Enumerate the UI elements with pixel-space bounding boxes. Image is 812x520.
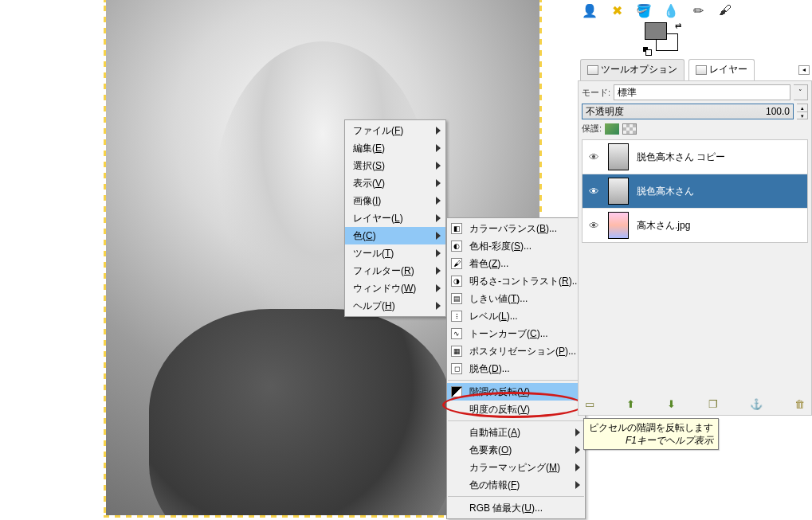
lower-layer-icon[interactable]: ⬇ [667,398,676,410]
opacity-label: 不透明度 [586,105,624,119]
menu-item-label: 選択(S) [353,159,385,173]
submenu-item-label: ポスタリゼーション(P)... [469,345,576,358]
submenu-item-label: 色相-彩度(S)... [469,240,532,253]
submenu-item[interactable]: 🖌着色(Z)... [447,255,585,272]
submenu-arrow-icon [575,481,580,489]
anchor-layer-icon[interactable]: ⚓ [750,398,763,410]
submenu-item[interactable]: ◐色相-彩度(S)... [447,237,585,255]
mode-dropdown-icon[interactable]: ˅ [794,84,808,100]
submenu-item[interactable]: ◻脱色(D)... [447,360,585,377]
submenu-item-label: トーンカーブ(C)... [469,327,548,341]
brush-tool-icon[interactable]: 🖌 [716,2,734,19]
submenu-item[interactable]: ◧カラーバランス(B)... [447,220,585,237]
delete-layer-icon[interactable]: 🗑 [794,398,805,410]
thresh-icon: ▤ [450,292,463,305]
layer-thumbnail [608,143,629,170]
layer-buttons-bar: ▭ ⬆ ⬇ ❐ ⚓ 🗑 [582,397,808,412]
layer-item[interactable]: 👁脱色高木さん [583,174,807,209]
menu-item-label: フィルター(R) [353,264,414,278]
layer-list[interactable]: 👁脱色高木さん コピー👁脱色高木さん👁高木さん.jpg [582,139,808,243]
submenu-item[interactable]: ∿トーンカーブ(C)... [447,325,585,342]
menu-item-s[interactable]: 選択(S) [345,157,445,174]
submenu-item[interactable]: RGB 値最大(U)... [447,499,585,517]
submenu-arrow-icon [436,214,441,222]
menu-item-h[interactable]: ヘルプ(H) [345,297,445,315]
submenu-arrow-icon [436,127,441,135]
default-colors-icon[interactable] [643,47,651,55]
mode-value: 標準 [618,87,637,98]
visibility-eye-icon[interactable]: 👁 [587,220,600,232]
menu-item-i[interactable]: 画像(I) [345,192,445,209]
swap-colors-icon[interactable]: ⇄ [675,22,681,30]
bc-icon: ◑ [450,275,463,287]
submenu-item-label: 明度の反転(V) [469,403,530,416]
protect-label: 保護: [582,123,602,135]
lock-alpha-icon[interactable] [622,123,637,135]
menu-item-l[interactable]: レイヤー(L) [345,209,445,227]
submenu-arrow-icon [436,267,441,275]
smudge-tool-icon[interactable]: 👤 [581,2,598,19]
fg-color-swatch[interactable] [645,22,667,40]
curves-icon: ∿ [450,327,463,340]
opacity-row: 不透明度 100.0 ▴▾ [582,104,808,119]
balance-icon: ◧ [450,222,463,235]
layer-name[interactable]: 脱色高木さん [637,185,694,198]
menu-item-c[interactable]: 色(C) [345,227,445,244]
pencil-tool-icon[interactable]: ✏ [689,2,707,19]
menu-item-e[interactable]: 編集(E) [345,139,445,157]
tab-tool-options[interactable]: ツールオプション [580,59,685,80]
layer-item[interactable]: 👁高木さん.jpg [583,209,807,242]
menu-item-t[interactable]: ツール(T) [345,244,445,262]
menu-item-label: 色(C) [353,229,376,243]
opacity-slider[interactable]: 不透明度 100.0 [582,104,794,119]
submenu-item[interactable]: ▦ポスタリゼーション(P)... [447,342,585,360]
mode-row: モード: 標準 ˅ [582,84,808,100]
submenu-item[interactable]: ⫶レベル(L)... [447,307,585,325]
fg-bg-color[interactable]: ⇄ [645,22,680,54]
submenu-item-label: レベル(L)... [469,310,518,323]
invert-icon [450,385,463,398]
layer-name[interactable]: 高木さん.jpg [637,219,690,233]
submenu-item[interactable]: 階調の反転(V) [447,383,585,401]
menu-item-f[interactable]: ファイル(F) [345,122,445,139]
tab-tool-options-label: ツールオプション [601,63,677,76]
menu-item-r[interactable]: フィルター(R) [345,262,445,280]
layer-name[interactable]: 脱色高木さん コピー [637,151,725,164]
submenu-arrow-icon [575,463,580,471]
menu-item-label: 編集(E) [353,142,385,155]
visibility-eye-icon[interactable]: 👁 [587,186,600,197]
protect-row: 保護: [582,123,808,135]
panel-menu-icon[interactable]: ◂ [798,65,810,75]
submenu-item[interactable]: 色要素(O) [447,441,585,459]
submenu-item[interactable]: ▤しきい値(T)... [447,290,585,307]
mode-select[interactable]: 標準 [614,84,790,100]
opacity-stepper[interactable]: ▴▾ [797,104,808,119]
submenu-arrow-icon [436,144,441,152]
tab-layers[interactable]: レイヤー [688,59,755,80]
submenu-item[interactable]: ◑明るさ-コントラスト(R)... [447,272,585,290]
mode-label: モード: [582,87,610,99]
layer-item[interactable]: 👁脱色高木さん コピー [583,140,807,174]
menu-item-w[interactable]: ウィンドウ(W) [345,280,445,297]
submenu-arrow-icon [436,179,441,187]
menu-item-label: 画像(I) [353,194,381,208]
lock-pixels-icon[interactable] [605,123,619,135]
new-layer-icon[interactable]: ▭ [585,398,594,410]
bucket-tool-icon[interactable]: 🪣 [635,2,653,19]
submenu-item[interactable]: 自動補正(A) [447,424,585,441]
levels-icon: ⫶ [450,310,463,323]
submenu-color[interactable]: ◧カラーバランス(B)...◐色相-彩度(S)...🖌着色(Z)...◑明るさ-… [446,217,586,519]
layers-icon [696,65,707,75]
raise-layer-icon[interactable]: ⬆ [626,398,635,410]
duplicate-layer-icon[interactable]: ❐ [708,398,718,410]
submenu-item-label: カラーバランス(B)... [469,222,557,236]
submenu-item[interactable]: 色の情報(F) [447,476,585,494]
dodge-tool-icon[interactable]: ✖ [608,2,626,19]
menu-item-v[interactable]: 表示(V) [345,174,445,192]
submenu-item[interactable]: カラーマッピング(M) [447,459,585,476]
submenu-arrow-icon [436,284,441,292]
context-menu-main[interactable]: ファイル(F)編集(E)選択(S)表示(V)画像(I)レイヤー(L)色(C)ツー… [344,119,446,317]
blend-tool-icon[interactable]: 💧 [662,2,680,19]
visibility-eye-icon[interactable]: 👁 [587,151,600,163]
submenu-item[interactable]: 明度の反転(V) [447,401,585,418]
